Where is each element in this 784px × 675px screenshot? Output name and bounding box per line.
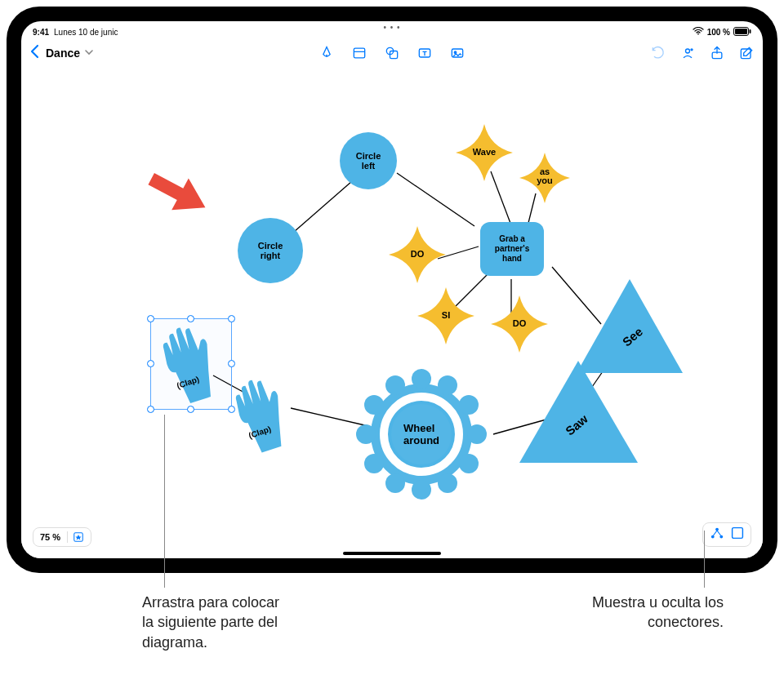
- battery-pct: 100 %: [707, 28, 730, 37]
- svg-point-39: [356, 424, 376, 444]
- svg-point-40: [364, 395, 384, 415]
- svg-line-15: [287, 181, 352, 238]
- document-title[interactable]: Dance: [46, 47, 80, 60]
- svg-rect-3: [750, 29, 751, 33]
- zoom-value: 75 %: [40, 532, 60, 542]
- node-star-asyou[interactable]: as you: [519, 153, 570, 203]
- node-wheel-around[interactable]: Wheel around: [356, 369, 487, 500]
- svg-rect-48: [733, 528, 743, 539]
- svg-point-34: [459, 454, 479, 473]
- svg-point-11: [686, 49, 690, 53]
- image-tool-icon[interactable]: [449, 45, 466, 61]
- status-date: Lunes 10 de junic: [54, 28, 118, 37]
- screen: • • • 9:41 Lunes 10 de junic 100 %: [21, 21, 763, 558]
- wifi-icon: [693, 27, 704, 37]
- home-indicator[interactable]: [343, 552, 441, 555]
- back-button[interactable]: [29, 44, 41, 63]
- svg-marker-27: [577, 279, 683, 373]
- frame-toggle-icon[interactable]: [731, 526, 744, 543]
- node-grab-partner[interactable]: Grab a partner's hand: [480, 222, 544, 276]
- svg-point-37: [385, 473, 405, 493]
- node-triangle-see[interactable]: See: [577, 279, 683, 373]
- freeform-canvas[interactable]: Circle left Circle right Wave as you DO …: [21, 67, 763, 558]
- star-label: SI: [417, 310, 474, 320]
- node-circle-left[interactable]: Circle left: [340, 132, 397, 189]
- star-label: DO: [389, 249, 446, 259]
- node-triangle-saw[interactable]: Saw: [519, 361, 638, 463]
- zoom-control[interactable]: 75 %: [33, 527, 91, 547]
- star-label: DO: [491, 318, 548, 328]
- diagram-controls: [702, 522, 751, 547]
- svg-point-35: [438, 473, 457, 493]
- svg-marker-28: [519, 361, 638, 463]
- svg-marker-44: [76, 535, 82, 540]
- app-toolbar: Dance: [21, 39, 763, 67]
- share-icon[interactable]: [709, 45, 725, 61]
- node-star-do1[interactable]: DO: [389, 226, 446, 283]
- star-label: as you: [519, 167, 570, 185]
- collaborate-icon[interactable]: [679, 45, 696, 61]
- star-label: Wave: [456, 147, 513, 157]
- callout-line-right: [704, 531, 705, 588]
- svg-point-36: [412, 480, 431, 500]
- node-circle-right[interactable]: Circle right: [238, 218, 303, 283]
- sticky-note-icon[interactable]: [351, 45, 368, 61]
- battery-icon: [733, 27, 751, 38]
- node-hand-clap2[interactable]: (Clap): [225, 369, 299, 459]
- ipad-frame: • • • 9:41 Lunes 10 de junic 100 %: [7, 7, 777, 573]
- callout-right: Muestra u oculta los conectores.: [592, 593, 724, 633]
- svg-point-45: [715, 528, 719, 531]
- node-star-do2[interactable]: DO: [491, 295, 548, 353]
- compose-icon[interactable]: [738, 45, 755, 61]
- svg-point-33: [467, 424, 487, 444]
- svg-point-38: [364, 454, 384, 473]
- callout-left: Arrastra para colocar la siguiente parte…: [142, 593, 279, 652]
- selection-outline[interactable]: [150, 318, 232, 410]
- navigator-icon[interactable]: [67, 531, 84, 543]
- shape-tool-icon[interactable]: [384, 45, 400, 61]
- svg-point-30: [412, 369, 431, 389]
- svg-point-31: [438, 375, 457, 395]
- svg-point-12: [690, 48, 693, 51]
- svg-point-32: [459, 395, 479, 415]
- undo-icon[interactable]: [650, 45, 666, 61]
- node-star-si[interactable]: SI: [417, 287, 474, 344]
- status-time: 9:41: [33, 28, 49, 37]
- wheel-label: Wheel around: [384, 397, 459, 472]
- pen-tool-icon[interactable]: [318, 45, 335, 61]
- svg-rect-4: [354, 48, 364, 58]
- svg-point-0: [697, 33, 699, 35]
- svg-rect-2: [735, 29, 747, 34]
- chevron-down-icon[interactable]: [85, 49, 93, 57]
- callout-line-left: [164, 415, 165, 588]
- connectors-toggle-icon[interactable]: [710, 526, 724, 543]
- red-arrow-shape[interactable]: [144, 165, 217, 225]
- multitask-dots[interactable]: • • •: [383, 21, 400, 32]
- textbox-tool-icon[interactable]: [416, 45, 433, 61]
- svg-point-41: [385, 375, 405, 395]
- node-star-wave[interactable]: Wave: [456, 124, 513, 181]
